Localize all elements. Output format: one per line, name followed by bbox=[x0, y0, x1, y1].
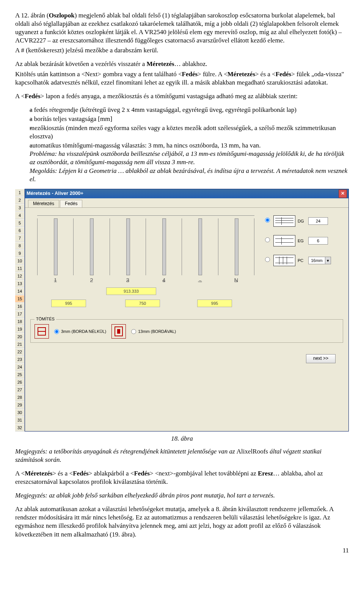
row-num[interactable]: 29 bbox=[15, 401, 24, 409]
tomites-opt-13mm[interactable]: 13mm (BORDÁVAL) bbox=[131, 329, 176, 334]
row-num[interactable]: 9 bbox=[15, 249, 24, 257]
bullet-list: -a fedés rétegrendje (kétrétegű üveg 2 x… bbox=[15, 106, 349, 184]
row-num[interactable]: 8 bbox=[15, 242, 24, 249]
row-num[interactable]: 25 bbox=[15, 371, 24, 378]
text: … ablakhoz. bbox=[174, 60, 207, 67]
row-num[interactable]: 13 bbox=[15, 280, 24, 287]
row-num[interactable]: 27 bbox=[15, 386, 24, 394]
radio-dg[interactable] bbox=[265, 218, 270, 223]
row-num[interactable]: 19 bbox=[15, 325, 24, 333]
row-num[interactable]: 31 bbox=[15, 416, 24, 424]
radio-eg[interactable] bbox=[265, 237, 270, 242]
row-num[interactable]: 3 bbox=[15, 204, 24, 212]
list-text-italic: Probléma: ha visszalépünk osztóborda bei… bbox=[30, 150, 344, 166]
value-eg[interactable]: 6 bbox=[308, 237, 328, 245]
seal-3mm-icon bbox=[35, 324, 49, 339]
next-button[interactable]: next >> bbox=[306, 354, 336, 363]
tomites-legend: TÖMÍTÉS bbox=[35, 316, 56, 322]
radio-13mm[interactable] bbox=[131, 329, 136, 334]
row-num[interactable]: 15 bbox=[15, 295, 24, 303]
label-eg: EG bbox=[298, 238, 308, 243]
text-bold: Fedés bbox=[25, 93, 41, 100]
text: A < bbox=[15, 93, 25, 100]
row-num[interactable]: 1 bbox=[15, 189, 24, 196]
row-num[interactable]: 5 bbox=[15, 219, 24, 227]
eg-icon bbox=[273, 235, 295, 246]
bar-cell: 3 bbox=[110, 218, 146, 275]
text-bold: Eresz bbox=[258, 470, 273, 477]
text: > és a < bbox=[52, 470, 73, 477]
row-num[interactable]: 23 bbox=[15, 356, 24, 363]
text-bold: Fedés bbox=[276, 71, 292, 78]
list-item: -a fedés rétegrendje (kétrétegű üveg 2 x… bbox=[15, 106, 349, 114]
para-5: A <Fedés> lapon a fedés anyaga, a mezőki… bbox=[15, 92, 349, 100]
text-bold: Méretezés bbox=[228, 71, 255, 78]
titlebar[interactable]: Méretezés - Aliver 2000+ ✕ bbox=[25, 189, 348, 198]
pc-icon bbox=[273, 255, 295, 266]
seal-13mm-icon bbox=[111, 324, 126, 339]
value-dg[interactable]: 24 bbox=[308, 217, 328, 225]
eq-row: = = = = = = bbox=[37, 278, 254, 285]
tab-fedes[interactable]: Fedés bbox=[60, 200, 82, 208]
row-num[interactable]: 26 bbox=[15, 378, 24, 386]
row-num[interactable]: 11 bbox=[15, 265, 24, 272]
field-750[interactable]: 750 bbox=[125, 300, 160, 307]
row-num[interactable]: 2 bbox=[15, 196, 24, 204]
figure-caption: 18. ábra bbox=[15, 435, 349, 443]
label-dg: DG bbox=[298, 218, 308, 224]
tomites-opt-3mm[interactable]: 3mm (BORDA NÉLKÜL) bbox=[54, 329, 106, 334]
tomites-group: TÖMÍTÉS 3mm (BORDA NÉLKÜL) 13mm (BORDÁVA… bbox=[30, 319, 343, 343]
row-num[interactable]: 10 bbox=[15, 257, 24, 265]
option-pc: PC 16mm ▾ bbox=[265, 255, 341, 266]
tab-meretezes[interactable]: Méretezés bbox=[28, 200, 59, 208]
vbar-icon bbox=[235, 218, 238, 275]
radio-pc[interactable] bbox=[265, 257, 270, 262]
dialog-window: Méretezés - Aliver 2000+ ✕ Méretezés Fed… bbox=[25, 189, 349, 431]
text: Megjegyzés: a tetőborítás anyagának és r… bbox=[15, 448, 237, 455]
text: AlixelRoofs bbox=[237, 448, 268, 455]
close-button[interactable]: ✕ bbox=[339, 190, 347, 198]
bar-cell: 1 bbox=[37, 218, 73, 275]
row-num[interactable]: 24 bbox=[15, 363, 24, 371]
radio-3mm[interactable] bbox=[54, 329, 59, 334]
row-num[interactable]: 12 bbox=[15, 272, 24, 280]
vbar-icon bbox=[126, 218, 130, 275]
text-bold: Méretezés bbox=[146, 60, 174, 67]
drawing-left: 1 2 3 4 ... N = = = = = = bbox=[30, 212, 261, 310]
list-text: a fedés rétegrendje (kétrétegű üveg 2 x … bbox=[30, 106, 349, 114]
row-num[interactable]: 18 bbox=[15, 318, 24, 325]
tab-bar: Méretezés Fedés bbox=[25, 198, 348, 208]
select-pc[interactable]: 16mm ▾ bbox=[308, 257, 331, 264]
list-item: -mezőkiosztás (minden mező egyforma szél… bbox=[15, 124, 349, 141]
para-1: A 12. ábrán (Oszlopok) megjelenő ablak b… bbox=[15, 11, 349, 45]
field-995-left[interactable]: 995 bbox=[51, 300, 86, 307]
text: > fülre. A < bbox=[198, 71, 228, 78]
row-num[interactable]: 30 bbox=[15, 409, 24, 416]
drawing-area: 1 2 3 4 ... N = = = = = = bbox=[30, 212, 343, 310]
row-num[interactable]: 28 bbox=[15, 394, 24, 401]
row-num[interactable]: 4 bbox=[15, 212, 24, 219]
row-num[interactable]: 32 bbox=[15, 424, 24, 431]
text: > lapon a fedés anyaga, a mezőkiosztás é… bbox=[41, 93, 298, 100]
text-bold: Fedés bbox=[134, 470, 150, 477]
app-screenshot: 1 2 3 4 5 6 7 8 9 10 11 12 13 14 15 16 1… bbox=[15, 189, 349, 431]
field-995-right[interactable]: 995 bbox=[197, 300, 232, 307]
row-num[interactable]: 16 bbox=[15, 303, 24, 310]
field-913[interactable]: 913.333 bbox=[106, 287, 156, 295]
row-num[interactable]: 21 bbox=[15, 340, 24, 348]
para-3: Az ablak bezárását követően a vezérlés v… bbox=[15, 60, 349, 68]
vbar-icon bbox=[198, 218, 202, 275]
select-pc-value: 16mm bbox=[309, 257, 325, 264]
eq-label: = bbox=[110, 278, 146, 285]
row-num[interactable]: 7 bbox=[15, 234, 24, 242]
row-num[interactable]: 14 bbox=[15, 287, 24, 295]
text: > <next>-gombjával lehet továbblépni az bbox=[150, 470, 258, 477]
chevron-down-icon: ▾ bbox=[325, 257, 331, 264]
row-num[interactable]: 20 bbox=[15, 333, 24, 340]
bar-cell: 2 bbox=[73, 218, 109, 275]
row-num[interactable]: 17 bbox=[15, 310, 24, 318]
text: > ablakpárból a < bbox=[89, 470, 134, 477]
row-num[interactable]: 22 bbox=[15, 348, 24, 356]
bar-cell: N bbox=[218, 218, 254, 275]
row-num[interactable]: 6 bbox=[15, 227, 24, 234]
